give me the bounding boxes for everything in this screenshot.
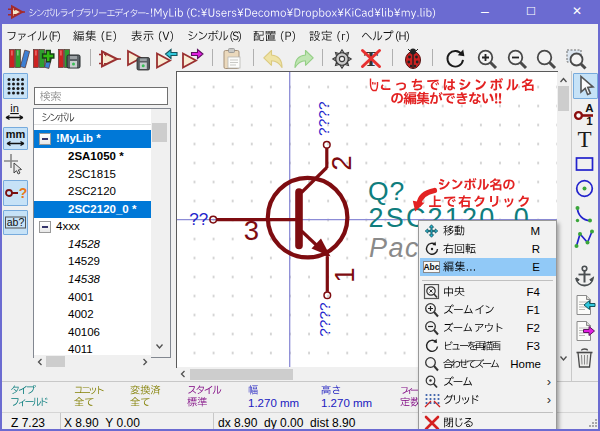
svg-text:ab?: ab?: [7, 216, 25, 228]
svg-text:in: in: [10, 103, 19, 114]
svg-text:?: ?: [19, 185, 27, 201]
svg-text:1: 1: [586, 115, 593, 126]
svg-text:mm: mm: [6, 128, 26, 140]
svg-text:T: T: [577, 128, 591, 151]
svg-text:A: A: [585, 103, 593, 114]
svg-text:Abc: Abc: [423, 262, 439, 272]
